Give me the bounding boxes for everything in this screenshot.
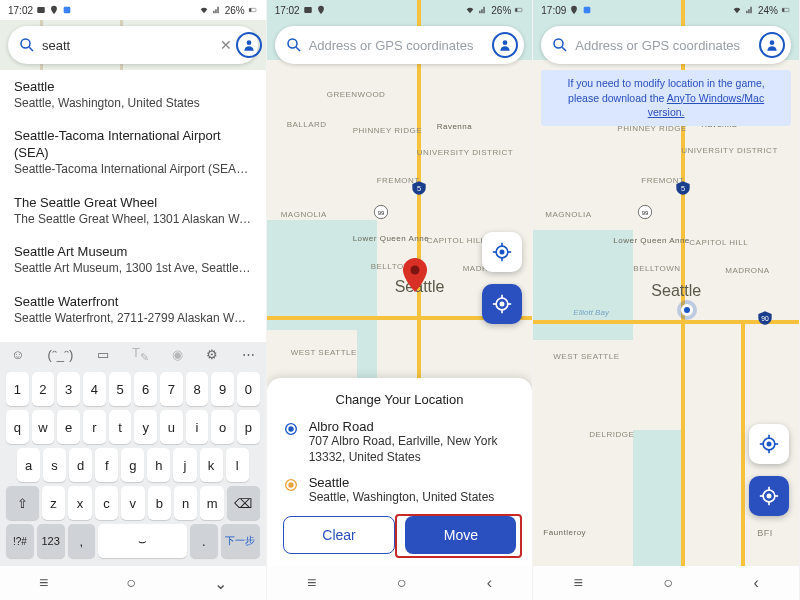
search-input[interactable]: [303, 38, 493, 53]
key-2[interactable]: 2: [32, 372, 55, 406]
key-comma[interactable]: ,: [68, 524, 96, 558]
suggestion-item[interactable]: The Seattle Great Wheel The Seattle Grea…: [14, 186, 252, 235]
key-6[interactable]: 6: [134, 372, 157, 406]
svg-rect-3: [249, 8, 251, 11]
search-input[interactable]: [36, 38, 216, 53]
mock-location-button[interactable]: [482, 284, 522, 324]
kaomoji-key[interactable]: (ᵔ_ᵔ): [48, 347, 74, 362]
move-button[interactable]: Move: [405, 516, 516, 554]
key-9[interactable]: 9: [211, 372, 234, 406]
key-o[interactable]: o: [211, 410, 234, 444]
suggestion-item[interactable]: Seattle Waterfront Seattle Waterfront, 2…: [14, 285, 252, 334]
search-input[interactable]: [569, 38, 759, 53]
key-t[interactable]: t: [109, 410, 132, 444]
key-h[interactable]: h: [147, 448, 170, 482]
status-bar: 17:09 24%: [533, 0, 799, 20]
key-period[interactable]: .: [190, 524, 218, 558]
key-j[interactable]: j: [173, 448, 196, 482]
nav-home[interactable]: ○: [663, 574, 673, 592]
status-battery: 24%: [758, 5, 778, 16]
search-bar: ✕: [8, 26, 258, 64]
key-c[interactable]: c: [95, 486, 118, 520]
current-location-dot: [681, 304, 693, 316]
settings-key[interactable]: ⚙: [206, 347, 218, 362]
nav-back[interactable]: ‹: [753, 574, 758, 592]
more-key[interactable]: ⋯: [242, 347, 255, 362]
key-m[interactable]: m: [200, 486, 223, 520]
clipboard-key[interactable]: ▭: [97, 347, 109, 362]
nav-back[interactable]: ⌄: [214, 574, 227, 593]
key-y[interactable]: y: [134, 410, 157, 444]
voice-key[interactable]: ◉: [172, 347, 183, 362]
keyboard-toolbar: ☺ (ᵔ_ᵔ) ▭ T✎ ◉ ⚙ ⋯: [3, 341, 263, 370]
svg-point-24: [501, 302, 504, 305]
key-q[interactable]: q: [6, 410, 29, 444]
key-f[interactable]: f: [95, 448, 118, 482]
emoji-key[interactable]: ☺: [11, 347, 24, 362]
key-v[interactable]: v: [121, 486, 144, 520]
key-i[interactable]: i: [186, 410, 209, 444]
key-symbols[interactable]: !?#: [6, 524, 34, 558]
nav-recents[interactable]: ≡: [574, 574, 583, 592]
key-3[interactable]: 3: [57, 372, 80, 406]
handwrite-key[interactable]: T✎: [132, 345, 149, 364]
key-a[interactable]: a: [17, 448, 40, 482]
key-z[interactable]: z: [42, 486, 65, 520]
info-banner[interactable]: If you need to modify location in the ga…: [541, 70, 791, 126]
key-7[interactable]: 7: [160, 372, 183, 406]
nav-back[interactable]: ‹: [487, 574, 492, 592]
key-d[interactable]: d: [69, 448, 92, 482]
key-r[interactable]: r: [83, 410, 106, 444]
key-8[interactable]: 8: [186, 372, 209, 406]
svg-point-50: [767, 494, 770, 497]
key-numeric[interactable]: 123: [37, 524, 65, 558]
clear-button[interactable]: Clear: [283, 516, 396, 554]
locate-button[interactable]: [749, 424, 789, 464]
key-next[interactable]: 下一步: [221, 524, 260, 558]
svg-text:5: 5: [417, 184, 421, 193]
profile-button[interactable]: [492, 32, 518, 58]
nav-bar: ≡ ○ ‹: [267, 566, 533, 600]
svg-point-14: [288, 39, 297, 48]
mock-location-button[interactable]: [749, 476, 789, 516]
svg-text:90: 90: [762, 315, 770, 322]
suggestion-item[interactable]: Seattle Art Museum Seattle Art Museum, 1…: [14, 235, 252, 284]
key-x[interactable]: x: [68, 486, 91, 520]
locate-button[interactable]: [482, 232, 522, 272]
key-u[interactable]: u: [160, 410, 183, 444]
key-k[interactable]: k: [200, 448, 223, 482]
nav-home[interactable]: ○: [126, 574, 136, 592]
nav-recents[interactable]: ≡: [39, 574, 48, 592]
key-g[interactable]: g: [121, 448, 144, 482]
key-space[interactable]: ⌣: [98, 524, 187, 558]
key-backspace[interactable]: ⌫: [227, 486, 260, 520]
key-l[interactable]: l: [226, 448, 249, 482]
key-0[interactable]: 0: [237, 372, 260, 406]
nav-home[interactable]: ○: [397, 574, 407, 592]
suggestion-item[interactable]: Seattle Seattle, Washington, United Stat…: [14, 70, 252, 119]
key-n[interactable]: n: [174, 486, 197, 520]
suggestion-item[interactable]: Seattle-Tacoma International Airport (SE…: [14, 119, 252, 185]
nav-bar: ≡ ○ ‹: [533, 566, 799, 600]
svg-line-41: [563, 47, 567, 51]
profile-button[interactable]: [236, 32, 262, 58]
neighborhood-label: MAGNOLIA: [545, 210, 591, 219]
neighborhood-label: WEST SEATTLE: [553, 352, 619, 361]
clear-search-button[interactable]: ✕: [216, 37, 236, 53]
place-label: Ravenna: [437, 122, 473, 131]
key-4[interactable]: 4: [83, 372, 106, 406]
key-1[interactable]: 1: [6, 372, 29, 406]
key-b[interactable]: b: [148, 486, 171, 520]
profile-button[interactable]: [759, 32, 785, 58]
app-icon: [62, 5, 72, 15]
key-w[interactable]: w: [32, 410, 55, 444]
key-s[interactable]: s: [43, 448, 66, 482]
key-e[interactable]: e: [57, 410, 80, 444]
bay-label: Elliott Bay: [573, 308, 609, 317]
key-5[interactable]: 5: [109, 372, 132, 406]
battery-icon: [781, 5, 791, 15]
nav-recents[interactable]: ≡: [307, 574, 316, 592]
key-shift[interactable]: ⇧: [6, 486, 39, 520]
key-p[interactable]: p: [237, 410, 260, 444]
interstate-shield: 5: [411, 180, 427, 196]
